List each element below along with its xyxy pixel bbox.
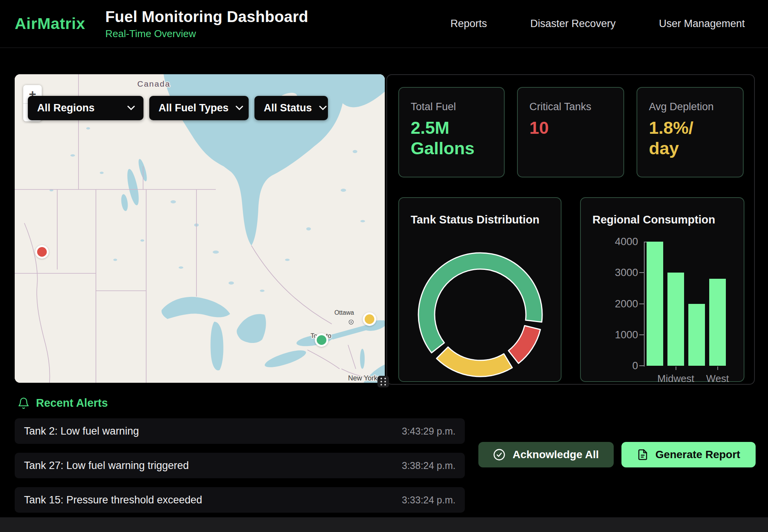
fuel-type-filter-value: All Fuel Types <box>159 102 229 114</box>
x-tick-label: West <box>706 373 729 385</box>
stat-label: Critical Tanks <box>529 101 612 113</box>
acknowledge-all-button[interactable]: Acknowledge All <box>478 442 614 467</box>
y-axis-line <box>644 242 645 367</box>
y-tick-label: 2000 <box>584 298 638 310</box>
alert-text: Tank 27: Low fuel warning triggered <box>24 460 189 472</box>
stat-card-critical-tanks: Critical Tanks 10 <box>517 87 624 177</box>
bar-region-3 <box>688 304 705 366</box>
x-tick-mark <box>717 367 718 370</box>
bar-region-4 <box>709 279 726 366</box>
title-block: Fuel Monitoring Dashboard Real-Time Over… <box>105 8 308 40</box>
nav-user-management[interactable]: User Management <box>659 18 745 30</box>
y-tick-label: 1000 <box>584 329 638 341</box>
stat-value: 10 <box>529 118 612 138</box>
map-label-newyork: New York <box>348 374 378 382</box>
region-filter-dropdown[interactable]: All Regions <box>28 96 143 120</box>
page-title: Fuel Monitoring Dashboard <box>105 8 308 26</box>
map-canvas: Canada Ottawa Toronto New York <box>15 74 385 383</box>
acknowledge-all-label: Acknowledge All <box>512 448 599 461</box>
regional-consumption-bar-chart: 01000200030004000MidwestWest <box>581 198 745 383</box>
tank-marker-normal[interactable] <box>315 333 328 347</box>
nav-disaster-recovery[interactable]: Disaster Recovery <box>530 18 616 30</box>
alert-time: 3:38:24 p.m. <box>402 460 456 471</box>
alert-text: Tank 2: Low fuel warning <box>24 425 139 437</box>
chevron-down-icon <box>236 106 243 111</box>
y-tick-label: 4000 <box>584 236 638 248</box>
donut-segment-warning <box>437 347 512 377</box>
tank-marker-critical[interactable] <box>35 245 49 259</box>
check-circle-icon <box>493 448 505 461</box>
y-tick-mark <box>639 365 644 366</box>
fuel-monitoring-dashboard: AirMatrix Fuel Monitoring Dashboard Real… <box>0 0 768 532</box>
page-subtitle: Real-Time Overview <box>105 28 308 40</box>
alerts-title: Recent Alerts <box>36 397 108 409</box>
header: AirMatrix Fuel Monitoring Dashboard Real… <box>0 0 768 48</box>
status-filter-dropdown[interactable]: All Status <box>254 96 328 120</box>
main-nav: Reports Disaster Recovery User Managemen… <box>451 18 745 30</box>
nav-reports[interactable]: Reports <box>451 18 487 30</box>
bar-region-2 <box>667 273 684 366</box>
donut-segment-critical <box>509 326 541 363</box>
stat-label: Total Fuel <box>411 101 492 113</box>
tank-map[interactable]: Canada Ottawa Toronto New York + − All R… <box>15 74 385 383</box>
stat-value: 1.8%/ day <box>649 118 731 159</box>
bar-region-1 <box>647 242 663 366</box>
bell-icon <box>17 397 30 409</box>
stat-card-avg-depletion: Avg Depletion 1.8%/ day <box>637 87 744 177</box>
map-filters: All Regions All Fuel Types All Status <box>28 96 328 120</box>
y-tick-mark <box>639 304 644 304</box>
alert-text: Tank 15: Pressure threshold exceeded <box>24 494 202 506</box>
map-label-ottawa: Ottawa <box>335 309 354 316</box>
alert-time: 3:43:29 p.m. <box>402 426 456 437</box>
alerts-header: Recent Alerts <box>17 397 108 409</box>
status-filter-value: All Status <box>264 102 312 114</box>
tank-status-distribution-card: Tank Status Distribution <box>398 197 561 382</box>
chevron-down-icon <box>319 106 327 111</box>
tank-status-donut-chart <box>399 198 562 383</box>
x-tick-mark <box>676 367 676 370</box>
stat-label: Avg Depletion <box>649 101 731 113</box>
y-tick-mark <box>639 272 644 273</box>
alert-row[interactable]: Tank 27: Low fuel warning triggered 3:38… <box>15 453 465 478</box>
chevron-down-icon <box>127 106 135 111</box>
fuel-type-filter-dropdown[interactable]: All Fuel Types <box>149 96 249 120</box>
generate-report-label: Generate Report <box>655 448 740 461</box>
y-tick-label: 3000 <box>584 267 638 279</box>
alert-row[interactable]: Tank 2: Low fuel warning 3:43:29 p.m. <box>15 418 465 444</box>
document-icon <box>637 449 649 460</box>
y-tick-label: 0 <box>584 360 638 372</box>
alert-time: 3:33:24 p.m. <box>402 494 456 506</box>
stat-value: 2.5M Gallons <box>411 118 492 159</box>
tank-marker-warning[interactable] <box>363 312 376 326</box>
bottom-bar <box>0 517 768 532</box>
brand-logo: AirMatrix <box>15 15 85 33</box>
region-filter-value: All Regions <box>37 102 95 114</box>
alert-row[interactable]: Tank 15: Pressure threshold exceeded 3:3… <box>15 487 465 513</box>
map-resize-handle[interactable] <box>377 376 389 387</box>
y-tick-mark <box>639 334 644 335</box>
regional-consumption-card: Regional Consumption 01000200030004000Mi… <box>580 197 744 382</box>
stat-card-total-fuel: Total Fuel 2.5M Gallons <box>398 87 505 177</box>
generate-report-button[interactable]: Generate Report <box>621 442 756 467</box>
map-label-canada: Canada <box>137 79 171 88</box>
x-tick-label: Midwest <box>657 373 694 385</box>
